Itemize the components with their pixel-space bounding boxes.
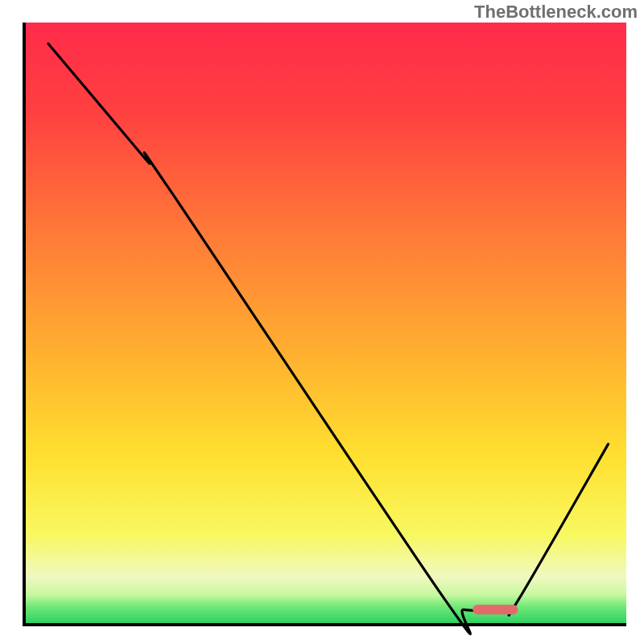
- gradient-background: [24, 23, 626, 625]
- sweet-spot-marker: [473, 605, 518, 614]
- bottleneck-chart: [0, 0, 644, 644]
- chart-container: TheBottleneck.com: [0, 0, 644, 644]
- watermark-text: TheBottleneck.com: [474, 2, 638, 23]
